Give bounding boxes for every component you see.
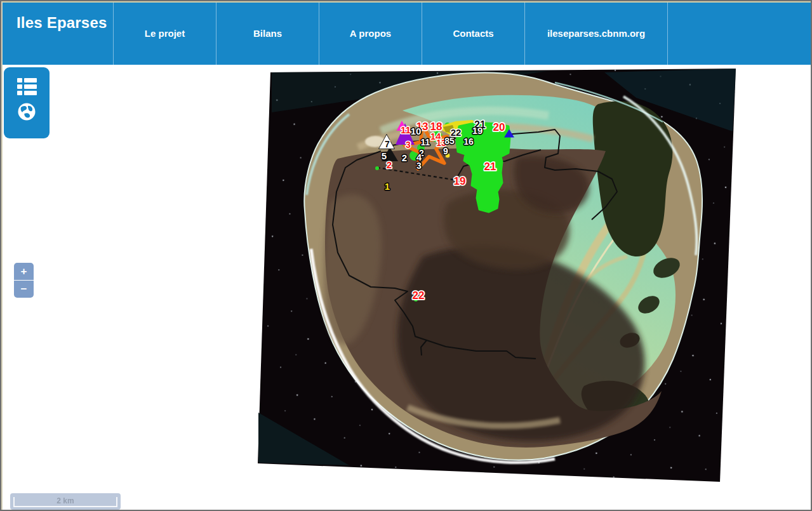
marker-label-22: 22 (413, 289, 425, 302)
layers-list-icon (17, 78, 37, 95)
zoom-out-button[interactable]: − (14, 281, 34, 298)
marker-label-21: 21 (484, 161, 496, 173)
marker-label-22: 22 (451, 127, 462, 138)
main-nav: Le projet Bilans A propos Contacts ilese… (113, 1, 668, 65)
marker-label-16: 16 (463, 136, 474, 147)
nav-item-le-projet[interactable]: Le projet (113, 1, 216, 65)
scale-bar-label: 2 km (10, 496, 121, 505)
marker-label-2: 2 (387, 159, 392, 170)
window-accent-top (1, 1, 811, 3)
marker-label-20: 20 (493, 121, 505, 133)
marker-label-3: 3 (416, 161, 422, 171)
nav-item-bilans[interactable]: Bilans (216, 1, 319, 65)
window-accent-left (1, 1, 3, 510)
page-title: Iles Eparses (1, 1, 113, 65)
zoom-control: + − (14, 263, 34, 298)
scale-bar: 2 km (10, 493, 121, 510)
marker-label-19: 19 (454, 175, 466, 187)
marker-label-2: 2 (402, 152, 407, 163)
map-canvas[interactable]: 1318111014133112985165224372221192021192… (1, 65, 812, 511)
app-window: 1318111014133112985165224372221192021192… (0, 0, 812, 511)
header: Iles Eparses Le projet Bilans A propos C… (1, 1, 811, 65)
marker-label-11: 11 (401, 124, 411, 135)
layers-list-button[interactable] (12, 74, 41, 99)
nav-item-site-link[interactable]: ileseparses.cbnm.org (524, 1, 668, 65)
marker-label-10: 10 (411, 126, 422, 136)
marker-label-11: 11 (421, 137, 430, 147)
basemap-globe-button[interactable] (12, 99, 41, 124)
nav-item-a-propos[interactable]: A propos (319, 1, 422, 65)
marker-label-3: 3 (406, 140, 411, 150)
marker-label-7: 7 (385, 139, 390, 149)
marker-label-9: 9 (443, 146, 448, 156)
zoom-in-button[interactable]: + (14, 263, 34, 280)
nav-item-contacts[interactable]: Contacts (422, 1, 524, 65)
map-viewport[interactable]: 1318111014133112985165224372221192021192… (1, 65, 812, 511)
marker-label-1: 1 (385, 181, 390, 192)
globe-icon (17, 102, 37, 122)
map-dot (375, 166, 379, 170)
map-tool-panel (4, 67, 50, 138)
marker-label-19: 19 (472, 125, 483, 136)
